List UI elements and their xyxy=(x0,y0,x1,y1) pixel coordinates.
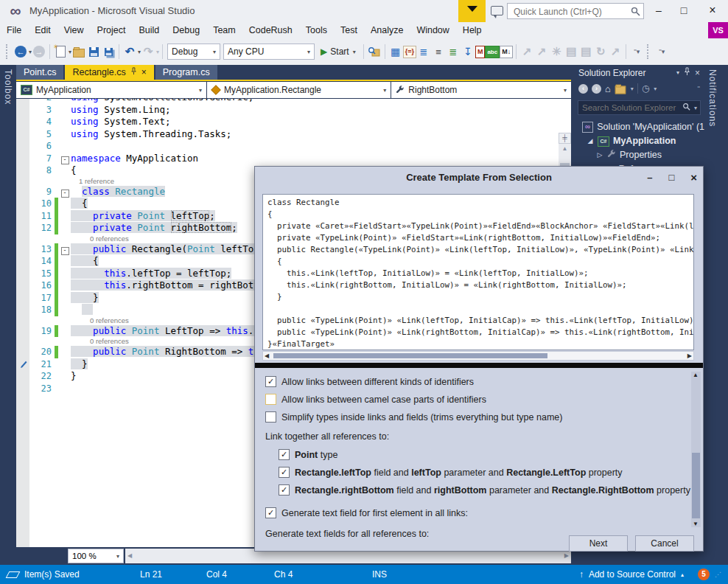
start-debug-button[interactable]: ▶ Start ▾ xyxy=(316,46,360,57)
fold-toggle-icon[interactable]: - xyxy=(61,190,69,198)
preview-horizontal-scrollbar[interactable]: ◀ ▶ xyxy=(262,351,694,361)
status-character[interactable]: Ch 4 xyxy=(274,565,293,584)
menu-file[interactable]: File xyxy=(0,22,28,38)
cancel-button[interactable]: Cancel xyxy=(635,535,694,552)
scroll-up-icon[interactable]: ▲ xyxy=(559,144,571,154)
navigate-back-icon[interactable]: ← xyxy=(13,44,28,60)
se-search-icon[interactable] xyxy=(682,101,691,114)
toolbar-grip[interactable] xyxy=(6,44,10,59)
template-preview[interactable]: class Rectangle{ private «Caret»«FieldSt… xyxy=(262,194,694,350)
scroll-down-icon[interactable]: ▼ xyxy=(693,521,699,527)
tab-point-cs[interactable]: Point.cs xyxy=(16,65,63,80)
scrollbar-thumb[interactable] xyxy=(692,453,700,518)
fold-toggle-icon[interactable]: - xyxy=(61,247,69,255)
pin-icon[interactable] xyxy=(684,67,690,78)
tab-rectangle-cs[interactable]: Rectangle.cs× xyxy=(65,65,153,80)
home-icon[interactable]: ⌂ xyxy=(605,83,611,94)
menu-test[interactable]: Test xyxy=(334,22,364,38)
status-insert-mode[interactable]: INS xyxy=(372,565,387,584)
status-column[interactable]: Col 4 xyxy=(206,565,227,584)
menu-debug[interactable]: Debug xyxy=(166,22,206,38)
notifications-tab[interactable]: Notifications xyxy=(704,65,728,565)
member-sort-icon[interactable]: M↓ xyxy=(500,46,513,58)
tree-item-solution-myapplication-1[interactable]: ∞Solution 'MyApplication' (1 xyxy=(574,119,704,133)
scroll-right-icon[interactable]: ▶ xyxy=(687,352,692,359)
next-button[interactable]: Next xyxy=(569,535,628,552)
menu-view[interactable]: View xyxy=(57,22,91,38)
checkbox-option[interactable]: Simplify types inside links and fields (… xyxy=(265,410,693,424)
user-badge[interactable]: VS xyxy=(708,22,728,38)
menu-build[interactable]: Build xyxy=(132,22,166,38)
toolbar-overflow-icon[interactable]: ''▾ xyxy=(629,44,644,60)
coderush-filter-button[interactable] xyxy=(458,0,486,22)
tree-item-myapplication[interactable]: ◢C#MyApplication xyxy=(574,133,704,147)
checkbox-icon[interactable] xyxy=(265,411,276,423)
search-icon[interactable] xyxy=(631,6,640,19)
fold-toggle-icon[interactable]: - xyxy=(61,156,69,164)
editor-zoom-combo[interactable]: 100 %▾ xyxy=(68,549,124,563)
checkbox-icon[interactable]: ✓ xyxy=(279,484,290,496)
solution-platforms-combo[interactable]: Any CPU▾ xyxy=(223,44,315,60)
menu-help[interactable]: Help xyxy=(456,22,489,38)
save-all-icon[interactable] xyxy=(101,44,116,60)
resize-grip[interactable]: ⋰ xyxy=(715,571,722,578)
comment-lines-icon[interactable]: ≣ xyxy=(446,44,461,60)
show-structure-icon[interactable]: ▦ xyxy=(388,44,403,60)
status-line[interactable]: Ln 21 xyxy=(140,565,162,584)
pending-changes-icon[interactable]: ◷ xyxy=(642,83,649,94)
scroll-left-icon[interactable]: ◀ xyxy=(127,552,132,559)
braces-tool-icon[interactable]: {=} xyxy=(403,46,416,58)
feedback-icon[interactable] xyxy=(491,6,503,15)
menu-edit[interactable]: Edit xyxy=(28,22,57,38)
checkbox-icon[interactable]: ✓ xyxy=(279,467,290,478)
tab-program-cs[interactable]: Program.cs xyxy=(155,65,217,80)
dialog-minimize-icon[interactable]: – xyxy=(647,167,652,189)
indent-lines-icon[interactable]: ≣ xyxy=(416,44,431,60)
maximize-button[interactable]: □ xyxy=(672,0,696,22)
notification-badge[interactable]: 5 xyxy=(698,569,710,580)
switch-views-icon[interactable] xyxy=(615,86,626,94)
checkbox-option[interactable]: ✓Rectangle.rightBottom field and rightBo… xyxy=(279,483,693,497)
abc-spellcheck-icon[interactable]: abc xyxy=(485,46,500,58)
scroll-left-icon[interactable]: ◀ xyxy=(265,352,269,359)
save-icon[interactable] xyxy=(86,44,101,60)
import-symbol-icon[interactable]: ↧ xyxy=(461,44,475,60)
pin-icon[interactable] xyxy=(130,65,137,80)
scroll-right-icon[interactable]: ▶ xyxy=(564,552,569,559)
solution-search-input[interactable] xyxy=(578,103,682,112)
undo-icon[interactable]: ↶ xyxy=(122,44,137,60)
solution-search-box[interactable]: ▾ xyxy=(578,100,701,115)
menu-window[interactable]: Window xyxy=(410,22,455,38)
expander-icon[interactable]: ▷ xyxy=(596,151,603,159)
find-in-files-icon[interactable] xyxy=(367,44,382,60)
add-to-source-control[interactable]: Add to Source Control xyxy=(589,569,676,580)
checkbox-option[interactable]: ✓Point type xyxy=(279,448,693,462)
menu-analyze[interactable]: Analyze xyxy=(364,22,410,38)
se-overflow-icon[interactable]: '' xyxy=(698,85,700,92)
solution-configurations-combo[interactable]: Debug▾ xyxy=(167,44,220,60)
source-control-collapse-icon[interactable]: ▴ xyxy=(681,571,684,578)
checkbox-icon[interactable]: ✓ xyxy=(265,376,276,387)
checkbox-icon[interactable]: ✓ xyxy=(265,507,276,518)
panel-menu-icon[interactable]: ▾ xyxy=(676,69,679,76)
member-dropdown[interactable]: RightBottom▾ xyxy=(391,82,571,98)
toolbox-tab[interactable]: Toolbox xyxy=(0,65,16,565)
toolbar-overflow2-icon[interactable]: ''▾ xyxy=(654,44,669,60)
checkbox-icon[interactable]: ✓ xyxy=(279,449,290,460)
minimize-button[interactable]: – xyxy=(647,0,671,22)
macro-m-icon[interactable]: M xyxy=(475,46,486,58)
panel-close-icon[interactable]: × xyxy=(695,68,700,78)
checkbox-option[interactable]: ✓Rectangle.leftTop field and leftTop par… xyxy=(279,465,693,479)
dialog-close-icon[interactable]: × xyxy=(690,167,697,189)
new-file-icon[interactable]: ✳ xyxy=(53,44,68,60)
dialog-maximize-icon[interactable]: □ xyxy=(668,167,674,189)
splitter-button[interactable]: ╪ xyxy=(559,133,571,144)
checkbox-icon[interactable] xyxy=(265,394,276,405)
scroll-up-icon[interactable]: ▲ xyxy=(693,372,699,378)
expander-icon[interactable]: ◢ xyxy=(587,137,594,145)
quick-launch-box[interactable] xyxy=(507,3,644,19)
menu-team[interactable]: Team xyxy=(206,22,242,38)
menu-coderush[interactable]: CodeRush xyxy=(242,22,299,38)
menu-project[interactable]: Project xyxy=(91,22,133,38)
line-format-icon[interactable]: ≡ xyxy=(431,44,446,60)
